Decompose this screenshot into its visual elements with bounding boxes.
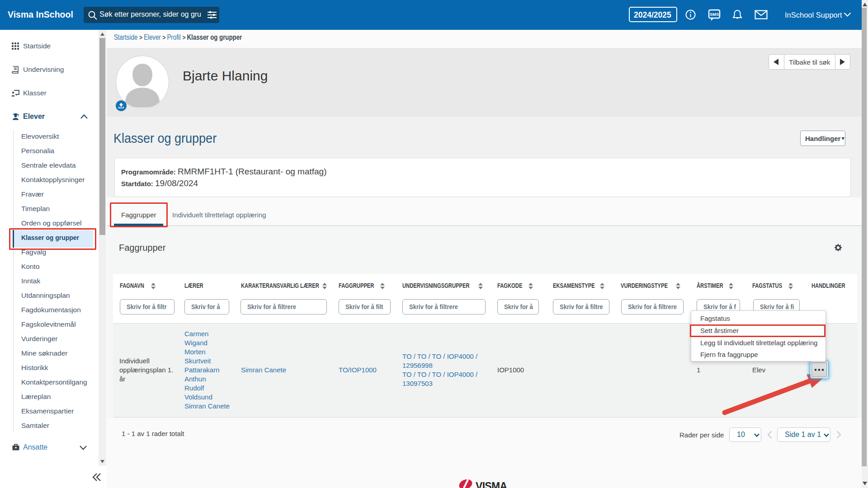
svg-text:VISMA: VISMA [476,480,507,488]
svg-text:SMS: SMS [710,12,719,17]
